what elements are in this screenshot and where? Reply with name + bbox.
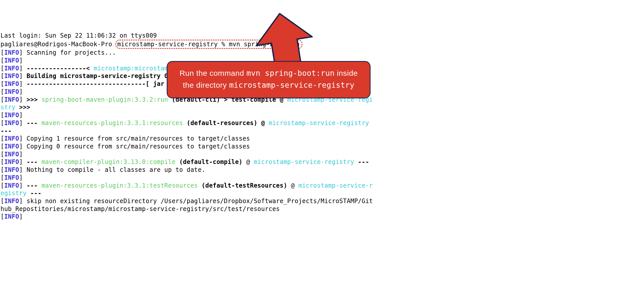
service-wrap-cont: stry: [1, 104, 16, 111]
callout-cmd: mvn spring-boot:run: [247, 69, 335, 78]
info-tag: INFO: [4, 213, 19, 220]
testres-plugin: maven-resources-plugin:3.3.1:testResourc…: [41, 182, 198, 189]
dashes: ---: [23, 182, 41, 189]
scanning-text: Scanning for projects...: [23, 49, 116, 56]
copy1-line: Copying 1 resource from src/main/resourc…: [23, 135, 250, 142]
info-tag: INFO: [4, 135, 19, 142]
info-tag: INFO: [4, 174, 19, 181]
info-tag: INFO: [4, 112, 19, 119]
terminal-output[interactable]: Last login: Sun Sep 22 11:06:32 on ttys0…: [0, 31, 644, 221]
compile-goal: (default-compile): [176, 158, 243, 165]
info-tag: INFO: [4, 119, 19, 127]
gtgt2: >>>: [16, 104, 30, 111]
info-tag: INFO: [4, 182, 19, 189]
info-tag: INFO: [4, 166, 19, 173]
nothing-compile-line: Nothing to compile - all classes are up …: [23, 166, 205, 173]
info-tag: INFO: [4, 80, 19, 87]
service-reg3: microstamp-service-registry: [254, 158, 354, 165]
last-login-line: Last login: Sun Sep 22 11:06:32 on ttys0…: [1, 32, 157, 39]
resources-plugin: maven-resources-plugin:3.3.1:resources: [41, 119, 183, 127]
skip-line2: hub_Repostitories/microstamp/microstamp-…: [1, 205, 280, 213]
testres-goal: (default-testResources): [198, 182, 287, 189]
dashes-end: ---: [1, 127, 12, 134]
info-tag: INFO: [4, 96, 19, 103]
dashes-trail: ---: [354, 158, 369, 165]
at-sym: @: [242, 158, 254, 165]
service-wrap3: microstamp-service-r: [298, 182, 373, 189]
info-tag: INFO: [4, 65, 19, 72]
gtgt-mark: >>>: [23, 96, 41, 103]
info-tag: INFO: [4, 57, 19, 64]
info-tag: INFO: [4, 198, 19, 205]
egistry-cont: egistry: [1, 190, 27, 197]
prompt-user: pagliares@Rodrigos-MacBook-Pro: [1, 41, 116, 48]
copy0-line: Copying 0 resource from src/main/resourc…: [23, 143, 250, 150]
callout-text1: Run the command: [180, 69, 247, 77]
info-tag: INFO: [4, 72, 19, 80]
dashes: ---: [23, 158, 41, 165]
skip-line1: skip non existing resourceDirectory /Use…: [23, 198, 373, 205]
sep-left: ----------------<: [23, 65, 94, 72]
springboot-plugin: spring-boot-maven-plugin:3.3.2:run: [41, 96, 168, 103]
info-tag: INFO: [4, 49, 19, 56]
prompt-command: microstamp-service-registry % mvn spring…: [117, 41, 300, 48]
command-highlight: microstamp-service-registry % mvn spring…: [115, 40, 302, 49]
callout-annotation: Run the command mvn spring-boot:run insi…: [167, 61, 371, 98]
at-sym: @: [287, 182, 298, 189]
service-reg2: microstamp-service-registry: [269, 119, 369, 127]
compiler-plugin: maven-compiler-plugin:3.13.0:compile: [41, 158, 175, 165]
dashes-trail: ---: [27, 190, 42, 197]
info-tag: INFO: [4, 88, 19, 95]
info-tag: INFO: [4, 143, 19, 150]
dashes: ---: [23, 119, 41, 127]
resources-goal: (default-resources) @: [183, 119, 269, 127]
callout-dir: microstamp-service-registry: [229, 81, 354, 89]
info-tag: INFO: [4, 151, 19, 158]
info-tag: INFO: [4, 158, 19, 165]
